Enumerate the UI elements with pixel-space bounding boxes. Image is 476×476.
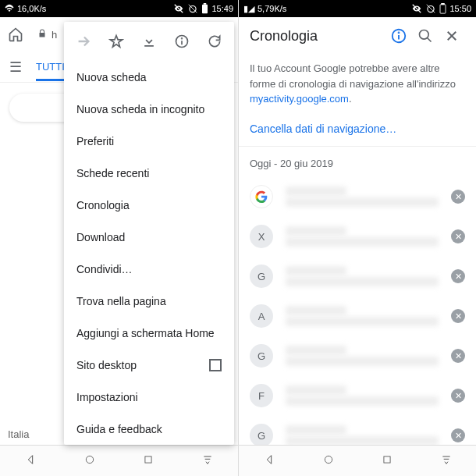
alarm-off-icon <box>425 3 436 14</box>
status-speed: 16,0K/s <box>17 4 46 13</box>
nav-back-icon[interactable] <box>24 453 37 469</box>
item-body <box>286 344 439 368</box>
site-badge: X <box>250 225 273 248</box>
svg-rect-4 <box>204 3 207 5</box>
eye-off-icon <box>173 3 184 14</box>
history-item[interactable]: ✕ <box>250 177 465 217</box>
alarm-off-icon <box>187 3 198 14</box>
nav-extra-icon[interactable] <box>201 453 214 469</box>
screen-right: ▮◢ 5,79K/s 15:50 Cronologia Il tuo Accou… <box>238 0 476 476</box>
battery-icon <box>439 3 446 14</box>
status-time-right: 15:50 <box>449 4 471 13</box>
svg-point-8 <box>86 456 93 463</box>
menu-recent-tabs[interactable]: Schede recenti <box>64 157 234 189</box>
nav-recent-icon[interactable] <box>382 454 393 468</box>
svg-rect-3 <box>202 5 208 13</box>
nav-back-icon[interactable] <box>263 453 275 469</box>
delete-button[interactable]: ✕ <box>451 349 465 363</box>
download-icon[interactable] <box>135 27 163 55</box>
forward-icon[interactable] <box>69 27 98 55</box>
eye-off-icon <box>411 3 422 14</box>
site-badge <box>250 185 273 208</box>
menu-incognito[interactable]: Nuova scheda in incognito <box>64 93 234 125</box>
info-text: Il tuo Account Google potrebbe avere alt… <box>239 55 476 110</box>
wifi-icon <box>5 4 14 13</box>
delete-button[interactable]: ✕ <box>451 229 465 243</box>
search-icon[interactable] <box>412 28 439 44</box>
menu-new-tab[interactable]: Nuova scheda <box>64 61 234 93</box>
svg-point-20 <box>420 30 429 40</box>
svg-point-7 <box>182 38 183 39</box>
nav-home-icon[interactable] <box>84 454 95 468</box>
history-item[interactable]: G✕ <box>250 257 465 297</box>
svg-rect-9 <box>145 456 151 462</box>
menu-add-home[interactable]: Aggiungi a schermata Home <box>64 317 234 349</box>
home-icon[interactable] <box>6 27 25 42</box>
menu-history[interactable]: Cronologia <box>64 189 234 221</box>
status-time: 15:49 <box>211 4 233 13</box>
svg-line-21 <box>428 38 432 42</box>
history-item[interactable]: A✕ <box>250 297 465 336</box>
menu-desktop-site[interactable]: Sito desktop <box>64 349 234 381</box>
history-header: Cronologia <box>239 17 476 55</box>
svg-rect-16 <box>442 3 445 5</box>
site-badge: F <box>250 384 273 407</box>
chrome-menu: Nuova scheda Nuova scheda in incognito P… <box>64 22 234 445</box>
status-bar-right: ▮◢ 5,79K/s 15:50 <box>239 0 476 17</box>
hamburger-icon[interactable]: ☰ <box>9 59 22 76</box>
item-body <box>286 265 439 288</box>
svg-point-24 <box>325 456 332 463</box>
delete-button[interactable]: ✕ <box>451 309 465 323</box>
status-bar: 16,0K/s 15:49 <box>0 0 238 17</box>
myactivity-link[interactable]: myactivity.google.com <box>250 93 349 105</box>
android-nav <box>0 445 238 476</box>
history-list: ✕X✕G✕A✕G✕F✕G✕ <box>239 177 476 456</box>
svg-rect-25 <box>383 456 389 462</box>
item-body <box>286 304 439 328</box>
tab-all[interactable]: TUTTI <box>36 61 65 81</box>
battery-icon <box>201 3 208 14</box>
nav-extra-icon[interactable] <box>440 453 453 469</box>
delete-button[interactable]: ✕ <box>451 269 465 283</box>
url-text: h <box>52 29 57 41</box>
item-body <box>286 225 439 248</box>
desktop-checkbox[interactable] <box>209 359 222 371</box>
refresh-icon[interactable] <box>201 27 229 55</box>
site-badge: G <box>250 424 273 447</box>
footer-country: Italia <box>8 428 29 440</box>
nav-home-icon[interactable] <box>323 454 334 468</box>
item-body <box>286 384 439 407</box>
lock-icon <box>37 29 47 41</box>
delete-button[interactable]: ✕ <box>451 389 465 403</box>
menu-find[interactable]: Trova nella pagina <box>64 285 234 317</box>
history-item[interactable]: X✕ <box>250 217 465 257</box>
menu-help[interactable]: Guida e feedback <box>64 413 234 445</box>
menu-download[interactable]: Download <box>64 221 234 253</box>
info-icon[interactable] <box>385 27 412 44</box>
menu-bookmarks[interactable]: Preferiti <box>64 125 234 157</box>
nav-recent-icon[interactable] <box>143 454 154 468</box>
star-icon[interactable] <box>102 27 130 55</box>
history-item[interactable]: G✕ <box>250 336 465 376</box>
info-icon[interactable] <box>168 27 196 55</box>
site-badge: G <box>250 344 273 368</box>
status-speed-right: 5,79K/s <box>258 4 286 13</box>
site-badge: G <box>250 265 273 288</box>
item-body <box>286 185 439 208</box>
site-badge: A <box>250 304 273 328</box>
delete-button[interactable]: ✕ <box>451 190 465 204</box>
clear-browsing-data-link[interactable]: Cancella dati di navigazione… <box>239 110 476 146</box>
menu-settings[interactable]: Impostazioni <box>64 381 234 413</box>
page-title: Cronologia <box>250 28 385 44</box>
screen-left: 16,0K/s 15:49 h ☰ TUTTI <box>0 0 238 476</box>
android-nav-right <box>239 445 476 476</box>
date-label: Oggi - 20 giu 2019 <box>239 147 476 177</box>
signal-icon: ▮◢ <box>243 4 254 14</box>
svg-rect-15 <box>440 5 446 13</box>
menu-share[interactable]: Condividi… <box>64 253 234 285</box>
svg-point-19 <box>399 32 400 33</box>
item-body <box>286 424 439 447</box>
history-item[interactable]: F✕ <box>250 376 465 416</box>
close-icon[interactable] <box>439 29 465 43</box>
delete-button[interactable]: ✕ <box>451 428 465 442</box>
